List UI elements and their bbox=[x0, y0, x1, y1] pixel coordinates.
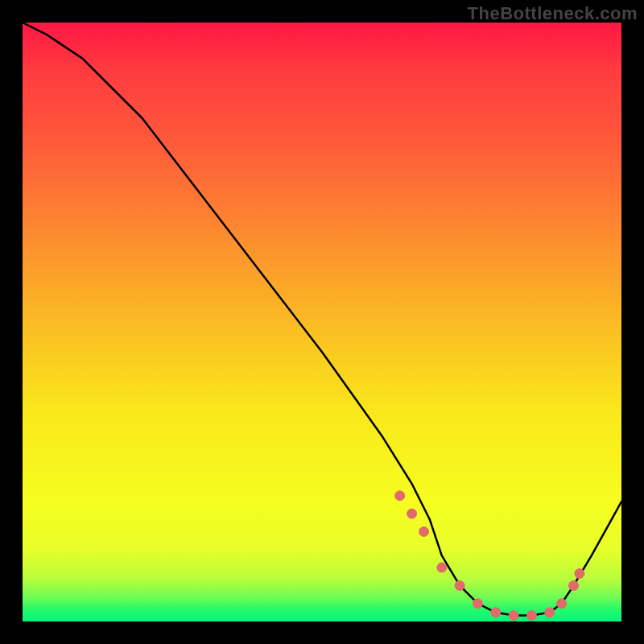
chart-frame: TheBottleneck.com bbox=[0, 0, 644, 644]
bottleneck-curve bbox=[23, 23, 621, 616]
curve-marker bbox=[545, 608, 555, 617]
curve-marker bbox=[407, 509, 417, 518]
curve-marker bbox=[557, 599, 567, 609]
curve-marker bbox=[569, 580, 579, 590]
curve-marker bbox=[455, 580, 464, 590]
watermark-text: TheBottleneck.com bbox=[468, 3, 638, 24]
curve-marker bbox=[437, 563, 447, 572]
chart-svg bbox=[23, 23, 621, 621]
curve-marker bbox=[491, 608, 501, 617]
curve-marker bbox=[473, 599, 482, 609]
curve-marker bbox=[419, 526, 429, 536]
curve-marker bbox=[395, 491, 405, 501]
curve-marker bbox=[575, 569, 584, 579]
plot-area bbox=[23, 23, 621, 621]
curve-marker bbox=[526, 611, 536, 621]
curve-markers bbox=[395, 491, 584, 621]
curve-marker bbox=[509, 611, 518, 621]
